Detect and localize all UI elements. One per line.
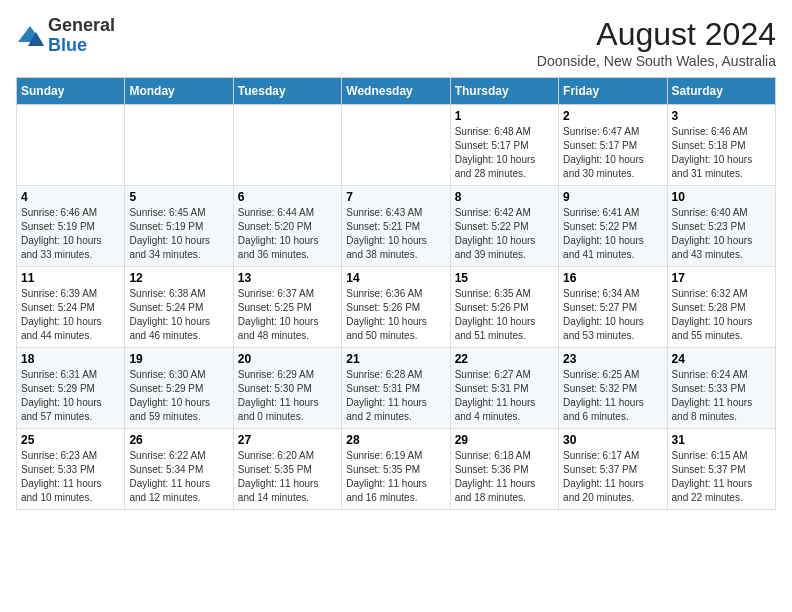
day-number: 29 [455,433,554,447]
calendar-cell: 25Sunrise: 6:23 AMSunset: 5:33 PMDayligh… [17,429,125,510]
day-detail: Sunrise: 6:32 AMSunset: 5:28 PMDaylight:… [672,287,771,343]
calendar-cell: 27Sunrise: 6:20 AMSunset: 5:35 PMDayligh… [233,429,341,510]
weekday-header-saturday: Saturday [667,78,775,105]
calendar-cell: 26Sunrise: 6:22 AMSunset: 5:34 PMDayligh… [125,429,233,510]
calendar-cell: 3Sunrise: 6:46 AMSunset: 5:18 PMDaylight… [667,105,775,186]
day-number: 10 [672,190,771,204]
weekday-header-thursday: Thursday [450,78,558,105]
weekday-header-monday: Monday [125,78,233,105]
day-detail: Sunrise: 6:40 AMSunset: 5:23 PMDaylight:… [672,206,771,262]
calendar-cell: 17Sunrise: 6:32 AMSunset: 5:28 PMDayligh… [667,267,775,348]
calendar-cell: 16Sunrise: 6:34 AMSunset: 5:27 PMDayligh… [559,267,667,348]
calendar-cell: 18Sunrise: 6:31 AMSunset: 5:29 PMDayligh… [17,348,125,429]
calendar-cell: 5Sunrise: 6:45 AMSunset: 5:19 PMDaylight… [125,186,233,267]
day-number: 1 [455,109,554,123]
location: Doonside, New South Wales, Australia [537,53,776,69]
calendar-cell [342,105,450,186]
day-detail: Sunrise: 6:44 AMSunset: 5:20 PMDaylight:… [238,206,337,262]
calendar-cell: 30Sunrise: 6:17 AMSunset: 5:37 PMDayligh… [559,429,667,510]
day-detail: Sunrise: 6:42 AMSunset: 5:22 PMDaylight:… [455,206,554,262]
calendar-cell: 1Sunrise: 6:48 AMSunset: 5:17 PMDaylight… [450,105,558,186]
day-detail: Sunrise: 6:45 AMSunset: 5:19 PMDaylight:… [129,206,228,262]
calendar-cell: 19Sunrise: 6:30 AMSunset: 5:29 PMDayligh… [125,348,233,429]
logo-icon [16,22,44,50]
weekday-header-row: SundayMondayTuesdayWednesdayThursdayFrid… [17,78,776,105]
day-detail: Sunrise: 6:46 AMSunset: 5:18 PMDaylight:… [672,125,771,181]
calendar-week-5: 25Sunrise: 6:23 AMSunset: 5:33 PMDayligh… [17,429,776,510]
day-detail: Sunrise: 6:37 AMSunset: 5:25 PMDaylight:… [238,287,337,343]
logo: General Blue [16,16,115,56]
title-block: August 2024 Doonside, New South Wales, A… [537,16,776,69]
day-detail: Sunrise: 6:46 AMSunset: 5:19 PMDaylight:… [21,206,120,262]
calendar-cell [125,105,233,186]
calendar-cell: 28Sunrise: 6:19 AMSunset: 5:35 PMDayligh… [342,429,450,510]
calendar-cell: 23Sunrise: 6:25 AMSunset: 5:32 PMDayligh… [559,348,667,429]
logo-general: General [48,15,115,35]
calendar-cell: 8Sunrise: 6:42 AMSunset: 5:22 PMDaylight… [450,186,558,267]
day-number: 3 [672,109,771,123]
day-number: 19 [129,352,228,366]
calendar-cell: 9Sunrise: 6:41 AMSunset: 5:22 PMDaylight… [559,186,667,267]
weekday-header-tuesday: Tuesday [233,78,341,105]
calendar-table: SundayMondayTuesdayWednesdayThursdayFrid… [16,77,776,510]
month-year: August 2024 [537,16,776,53]
calendar-cell [17,105,125,186]
day-number: 26 [129,433,228,447]
calendar-cell: 24Sunrise: 6:24 AMSunset: 5:33 PMDayligh… [667,348,775,429]
weekday-header-friday: Friday [559,78,667,105]
day-detail: Sunrise: 6:43 AMSunset: 5:21 PMDaylight:… [346,206,445,262]
calendar-cell: 21Sunrise: 6:28 AMSunset: 5:31 PMDayligh… [342,348,450,429]
day-number: 27 [238,433,337,447]
day-detail: Sunrise: 6:47 AMSunset: 5:17 PMDaylight:… [563,125,662,181]
day-number: 5 [129,190,228,204]
calendar-cell: 22Sunrise: 6:27 AMSunset: 5:31 PMDayligh… [450,348,558,429]
day-number: 11 [21,271,120,285]
calendar-cell: 12Sunrise: 6:38 AMSunset: 5:24 PMDayligh… [125,267,233,348]
calendar-cell: 11Sunrise: 6:39 AMSunset: 5:24 PMDayligh… [17,267,125,348]
calendar-cell: 10Sunrise: 6:40 AMSunset: 5:23 PMDayligh… [667,186,775,267]
day-detail: Sunrise: 6:27 AMSunset: 5:31 PMDaylight:… [455,368,554,424]
day-number: 15 [455,271,554,285]
calendar-cell: 15Sunrise: 6:35 AMSunset: 5:26 PMDayligh… [450,267,558,348]
calendar-cell: 14Sunrise: 6:36 AMSunset: 5:26 PMDayligh… [342,267,450,348]
day-detail: Sunrise: 6:39 AMSunset: 5:24 PMDaylight:… [21,287,120,343]
page-header: General Blue August 2024 Doonside, New S… [16,16,776,69]
day-detail: Sunrise: 6:15 AMSunset: 5:37 PMDaylight:… [672,449,771,505]
calendar-cell: 31Sunrise: 6:15 AMSunset: 5:37 PMDayligh… [667,429,775,510]
day-detail: Sunrise: 6:20 AMSunset: 5:35 PMDaylight:… [238,449,337,505]
day-number: 31 [672,433,771,447]
day-number: 12 [129,271,228,285]
calendar-week-3: 11Sunrise: 6:39 AMSunset: 5:24 PMDayligh… [17,267,776,348]
day-number: 14 [346,271,445,285]
day-number: 8 [455,190,554,204]
day-detail: Sunrise: 6:41 AMSunset: 5:22 PMDaylight:… [563,206,662,262]
day-number: 21 [346,352,445,366]
calendar-week-2: 4Sunrise: 6:46 AMSunset: 5:19 PMDaylight… [17,186,776,267]
day-number: 28 [346,433,445,447]
calendar-week-1: 1Sunrise: 6:48 AMSunset: 5:17 PMDaylight… [17,105,776,186]
weekday-header-wednesday: Wednesday [342,78,450,105]
calendar-week-4: 18Sunrise: 6:31 AMSunset: 5:29 PMDayligh… [17,348,776,429]
day-number: 20 [238,352,337,366]
day-number: 25 [21,433,120,447]
day-number: 22 [455,352,554,366]
day-number: 16 [563,271,662,285]
day-detail: Sunrise: 6:48 AMSunset: 5:17 PMDaylight:… [455,125,554,181]
day-detail: Sunrise: 6:23 AMSunset: 5:33 PMDaylight:… [21,449,120,505]
calendar-cell: 7Sunrise: 6:43 AMSunset: 5:21 PMDaylight… [342,186,450,267]
day-number: 9 [563,190,662,204]
day-number: 23 [563,352,662,366]
day-number: 24 [672,352,771,366]
day-detail: Sunrise: 6:29 AMSunset: 5:30 PMDaylight:… [238,368,337,424]
calendar-cell: 4Sunrise: 6:46 AMSunset: 5:19 PMDaylight… [17,186,125,267]
day-number: 18 [21,352,120,366]
day-detail: Sunrise: 6:18 AMSunset: 5:36 PMDaylight:… [455,449,554,505]
day-number: 2 [563,109,662,123]
day-detail: Sunrise: 6:28 AMSunset: 5:31 PMDaylight:… [346,368,445,424]
day-detail: Sunrise: 6:36 AMSunset: 5:26 PMDaylight:… [346,287,445,343]
day-number: 4 [21,190,120,204]
weekday-header-sunday: Sunday [17,78,125,105]
day-detail: Sunrise: 6:25 AMSunset: 5:32 PMDaylight:… [563,368,662,424]
day-detail: Sunrise: 6:34 AMSunset: 5:27 PMDaylight:… [563,287,662,343]
day-detail: Sunrise: 6:35 AMSunset: 5:26 PMDaylight:… [455,287,554,343]
